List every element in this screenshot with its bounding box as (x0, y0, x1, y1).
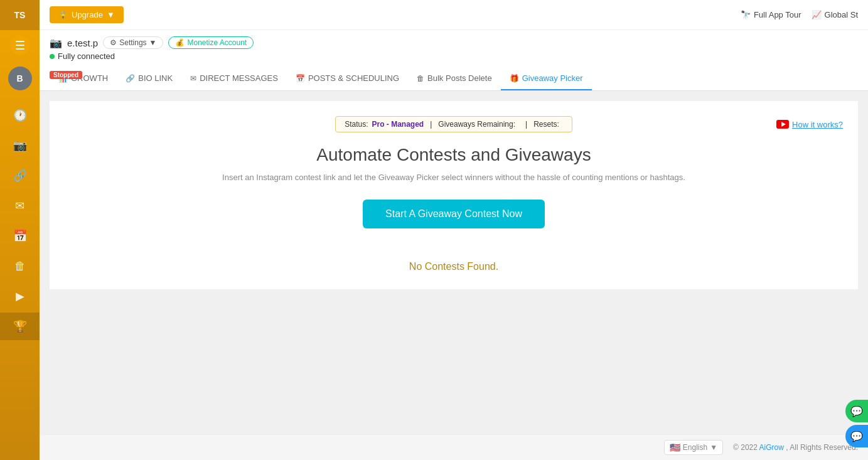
aigrow-link[interactable]: AiGrow (759, 443, 784, 452)
giveaway-tab-icon: 🎁 (510, 74, 519, 83)
flag-icon: 🇺🇸 (670, 442, 680, 452)
hamburger-icon[interactable] (10, 35, 30, 55)
topbar-left: 🔒 Upgrade ▼ (50, 6, 124, 23)
stopped-badge: Stopped (50, 71, 82, 79)
hero-title: Automate Contests and Giveaways (62, 145, 845, 165)
instagram-account-icon: 📷 (50, 37, 62, 49)
chart-icon: 📈 (812, 10, 822, 19)
gear-icon: ⚙ (110, 38, 117, 47)
youtube-how-icon (776, 120, 789, 129)
content-area: Status: Pro - Managed | Giveaways Remain… (40, 91, 868, 434)
tab-giveaway-picker[interactable]: 🎁 Giveaway Picker (501, 67, 592, 90)
account-bar: 📷 e.test.p ⚙ Settings ▼ 💰 Monetize Accou… (40, 30, 868, 67)
no-contests-message: No Contests Found. (62, 261, 845, 272)
topbar: 🔒 Upgrade ▼ 🔭 Full App Tour 📈 Global St (40, 0, 868, 30)
tab-bulk-posts-delete[interactable]: 🗑 Bulk Posts Delete (408, 67, 501, 90)
settings-button[interactable]: ⚙ Settings ▼ (103, 36, 163, 49)
sidebar-item-instagram[interactable]: 📷 (0, 132, 40, 159)
sidebar-logo: TS (0, 0, 40, 30)
tab-direct-messages[interactable]: ✉ DIRECT MESSAGES (181, 67, 287, 90)
sidebar-menu-button[interactable] (0, 30, 40, 60)
connected-dot (50, 54, 55, 59)
sidebar-item-links[interactable]: 🔗 (0, 162, 40, 190)
giveaway-status-badge: Status: Pro - Managed | Giveaways Remain… (335, 116, 572, 132)
hero-subtitle: Insert an Instagram contest link and let… (62, 173, 845, 182)
full-app-tour-link[interactable]: 🔭 Full App Tour (741, 10, 801, 19)
lock-icon: 🔒 (58, 11, 68, 19)
global-stats-link[interactable]: 📈 Global St (812, 10, 858, 19)
chat-bubble-green[interactable]: 💬 (845, 400, 868, 422)
tab-posts-scheduling[interactable]: 📅 POSTS & SCHEDULING (287, 67, 408, 90)
giveaway-hero: Automate Contests and Giveaways Insert a… (50, 145, 858, 272)
sidebar-item-giveaway[interactable]: 🏆 (0, 313, 40, 340)
avatar[interactable]: B (8, 67, 32, 90)
upgrade-button[interactable]: 🔒 Upgrade ▼ (50, 6, 124, 23)
sidebar-item-history[interactable]: 🕐 (0, 102, 40, 129)
how-it-works-link[interactable]: How it works? (776, 120, 843, 129)
direct-messages-tab-icon: ✉ (190, 74, 196, 83)
monetize-icon: 💰 (175, 38, 185, 47)
binoculars-icon: 🔭 (741, 10, 751, 19)
chat-bubble-blue[interactable]: 💬 (845, 425, 868, 447)
language-selector[interactable]: 🇺🇸 English ▼ (664, 440, 723, 455)
status-bar: Status: Pro - Managed | Giveaways Remain… (50, 116, 858, 132)
sidebar-item-messages[interactable]: ✉ (0, 192, 40, 220)
sidebar-item-delete[interactable]: 🗑 (0, 252, 40, 280)
tab-bio-link[interactable]: 🔗 BIO LINK (117, 67, 181, 90)
main-area: 🔒 Upgrade ▼ 🔭 Full App Tour 📈 Global St … (40, 0, 868, 460)
footer: 🇺🇸 English ▼ © 2022 AiGrow , All Rights … (40, 434, 868, 460)
monetize-button[interactable]: 💰 Monetize Account (168, 36, 254, 49)
start-giveaway-button[interactable]: Start A Giveaway Contest Now (363, 200, 545, 228)
connection-status: Fully connected (50, 51, 858, 61)
bulk-delete-tab-icon: 🗑 (417, 74, 424, 83)
posts-scheduling-tab-icon: 📅 (296, 74, 305, 83)
footer-copyright: © 2022 AiGrow , All Rights Reserved. (733, 443, 858, 452)
account-row: 📷 e.test.p ⚙ Settings ▼ 💰 Monetize Accou… (50, 36, 858, 49)
sidebar-item-youtube[interactable]: ▶ (0, 282, 40, 310)
sidebar: TS B 🕐 📷 🔗 ✉ 📅 🗑 ▶ 🏆 (0, 0, 40, 460)
giveaway-panel: Status: Pro - Managed | Giveaways Remain… (50, 101, 858, 289)
sidebar-nav: 🕐 📷 🔗 ✉ 📅 🗑 ▶ 🏆 (0, 102, 40, 340)
account-name: e.test.p (67, 38, 98, 48)
tabs-bar: Stopped 📊 GROWTH 🔗 BIO LINK ✉ DIRECT MES… (40, 67, 868, 91)
sidebar-item-schedule[interactable]: 📅 (0, 222, 40, 250)
topbar-right: 🔭 Full App Tour 📈 Global St (741, 10, 858, 19)
bio-link-tab-icon: 🔗 (126, 74, 135, 83)
